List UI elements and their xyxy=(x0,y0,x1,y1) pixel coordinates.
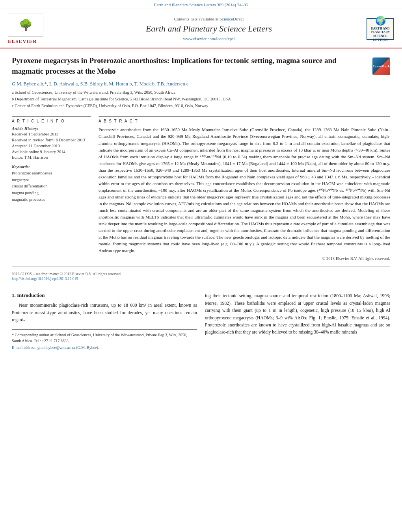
section-divider-2 xyxy=(12,288,390,288)
journal-center: Contents lists available at ScienceDirec… xyxy=(55,17,363,41)
abstract-header: A B S T R A C T xyxy=(99,119,390,123)
footnote-email: E-mail address: grant.bybee@wits.ac.za (… xyxy=(12,345,197,350)
accepted-date: Accepted 11 December 2013 xyxy=(12,143,91,149)
affiliation-a: a School of Geosciences, University of t… xyxy=(12,89,367,96)
crossmark-box: CrossMark xyxy=(372,57,390,75)
intro-heading: 1. Introduction xyxy=(12,292,197,298)
elsevier-logo: 🌳 ELSEVIER xyxy=(8,13,55,44)
keyword-3: crustal differentiation xyxy=(12,183,91,190)
main-content: 1. Introduction Near monomineralic plagi… xyxy=(0,292,402,351)
keyword-4: magma ponding xyxy=(12,190,91,196)
footnote-section: * Corresponding author at: School of Geo… xyxy=(12,329,197,350)
keyword-1: Proterozoic anorthosites xyxy=(12,170,91,177)
editor: Editor: T.M. Harrison xyxy=(12,155,91,161)
affiliations-block: a School of Geosciences, University of t… xyxy=(12,89,367,109)
article-history-block: Article History: Received 1 September 20… xyxy=(12,126,91,160)
crossmark-label: CrossMark xyxy=(373,64,390,69)
contents-line: Contents lists available at ScienceDirec… xyxy=(55,17,363,21)
article-title-section: Pyroxene megacrysts in Proterozoic anort… xyxy=(0,48,402,113)
authors-line: G.M. Bybee a,b,*, L.D. Ashwal a, S.B. Sh… xyxy=(12,81,367,87)
intro-paragraph-1: Near monomineralic plagioclase-rich intr… xyxy=(12,302,197,323)
top-bar: Earth and Planetary Science Letters 389 … xyxy=(0,0,402,9)
article-info-column: A R T I C L E I N F O Article History: R… xyxy=(12,116,91,261)
revised-date: Received in revised form: 6 December 201… xyxy=(12,137,91,143)
keyword-5: magmatic processes xyxy=(12,196,91,203)
crossmark-badge: CrossMark xyxy=(372,57,390,75)
journal-url[interactable]: www.elsevier.com/locate/epsl xyxy=(55,36,363,41)
license-bar: 0012-821X/$ – see front matter © 2013 El… xyxy=(0,271,402,282)
abstract-column: A B S T R A C T Proterozoic anorthosites… xyxy=(99,116,390,261)
earth-logo-text: EARTH AND PLANETARY SCIENCE LETTERS xyxy=(367,27,393,42)
article-title-text: Pyroxene megacrysts in Proterozoic anort… xyxy=(12,56,367,109)
abstract-text: Proterozoic anorthosites from the 1630–1… xyxy=(99,126,390,254)
elsevier-label: ELSEVIER xyxy=(8,38,37,44)
journal-title: Earth and Planetary Science Letters xyxy=(55,24,363,34)
introduction-column: 1. Introduction Near monomineralic plagi… xyxy=(12,292,197,351)
history-label: Article History: xyxy=(12,126,91,131)
journal-header: 🌳 ELSEVIER Contents lists available at S… xyxy=(0,9,402,48)
earth-logo-box: 🌍 EARTH AND PLANETARY SCIENCE LETTERS xyxy=(367,18,394,40)
keyword-2: megacryst xyxy=(12,177,91,184)
intro-continuation-column: ing their tectonic setting, magma source… xyxy=(205,292,390,351)
earth-logo: 🌍 EARTH AND PLANETARY SCIENCE LETTERS xyxy=(363,18,394,40)
keywords-list: Proterozoic anorthosites megacryst crust… xyxy=(12,170,91,203)
globe-icon: 🌍 xyxy=(375,16,386,26)
affiliation-b: b Department of Terrestrial Magnetism, C… xyxy=(12,96,367,102)
copyright-line: © 2013 Elsevier B.V. All rights reserved… xyxy=(99,256,390,261)
article-title: Pyroxene megacrysts in Proterozoic anort… xyxy=(12,56,367,76)
received-date: Received 1 September 2013 xyxy=(12,132,91,137)
keywords-label: Keywords: xyxy=(12,165,91,169)
elsevier-logo-image: 🌳 xyxy=(8,13,43,37)
intro-continuation-text: ing their tectonic setting, magma source… xyxy=(205,292,390,336)
sciencedirect-link[interactable]: ScienceDirect xyxy=(220,17,244,21)
journal-citation: Earth and Planetary Science Letters 389 … xyxy=(154,2,248,7)
license-line1: 0012-821X/$ – see front matter © 2013 El… xyxy=(12,272,390,276)
doi-link[interactable]: http://dx.doi.org/10.1016/j.epsl.2013.12… xyxy=(12,277,390,281)
footnote-star: * Corresponding author at: School of Geo… xyxy=(12,332,197,344)
affiliation-c: c Center of Earth Evolution and Dynamics… xyxy=(12,103,367,109)
article-info-abstract-section: A R T I C L E I N F O Article History: R… xyxy=(0,116,402,261)
keywords-block: Keywords: Proterozoic anorthosites megac… xyxy=(12,165,91,203)
elsevier-tree-icon: 🌳 xyxy=(10,19,41,32)
section-divider xyxy=(12,266,390,267)
article-info-header: A R T I C L E I N F O xyxy=(12,119,91,123)
online-date: Available online 9 January 2014 xyxy=(12,149,91,155)
